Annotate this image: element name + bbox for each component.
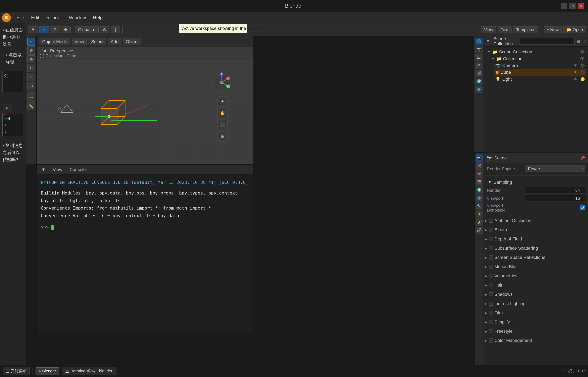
tool-scale[interactable]: ⤢ [27, 73, 35, 81]
tree-item-cube[interactable]: ◼ Cube 👁 ⚫ [494, 69, 586, 76]
minimize-button[interactable]: _ [561, 3, 567, 9]
section-checkbox-3[interactable] [489, 246, 493, 250]
render-engine-select[interactable]: Eevee [525, 165, 585, 172]
viewport-denoising-checkbox[interactable] [580, 205, 585, 210]
add-btn[interactable]: Add [108, 38, 121, 45]
toolbar-move-btn[interactable]: ✥ [61, 26, 71, 33]
window-controls[interactable]: _ □ × [561, 3, 584, 9]
render-section-1[interactable]: ▶Bloom [484, 225, 588, 235]
toolbar-mode-btn[interactable]: ▼ [28, 26, 38, 33]
viewport-3d[interactable]: Object Mode View Select Add Object User … [37, 36, 253, 165]
section-checkbox-11[interactable] [489, 320, 493, 324]
toolbar-proportional-btn[interactable]: ◎ [111, 26, 120, 33]
tree-item-collection[interactable]: ▼ 📁 Collection 👁 [490, 55, 586, 62]
outliner-icon-view[interactable]: 👁 [475, 62, 483, 69]
render-value-input[interactable] [525, 187, 585, 194]
light-render-icon[interactable]: 🟡 [580, 77, 585, 82]
coll-vis-icon[interactable]: 👁 [580, 56, 585, 61]
render-tab-constraints[interactable]: 🔗 [475, 227, 483, 234]
toolbar-view-btn[interactable]: View [481, 26, 496, 33]
cube-render-icon[interactable]: ⚫ [580, 70, 585, 75]
object-btn[interactable]: Object [123, 38, 141, 45]
outliner-search-input[interactable] [520, 38, 575, 45]
tool-cursor[interactable]: ⊕ [27, 47, 35, 55]
section-checkbox-9[interactable] [489, 302, 493, 306]
taskbar-start-btn[interactable]: ☰ 开始菜单 [3, 367, 30, 375]
toolbar-text-btn[interactable]: Text [498, 26, 512, 33]
outliner-icon-world[interactable]: 🌍 [475, 78, 483, 85]
render-section-9[interactable]: ▶Indirect Lighting [484, 299, 588, 308]
tool-measure[interactable]: 📏 [27, 102, 35, 110]
tool-move[interactable]: ✥ [27, 55, 35, 63]
render-section-10[interactable]: ▶Film [484, 308, 588, 318]
tool-rotate[interactable]: ↻ [27, 64, 35, 72]
tool-select[interactable]: ↖ [27, 38, 35, 46]
console-view-btn[interactable]: View [51, 166, 64, 173]
menu-item-edit[interactable]: Edit [28, 14, 43, 22]
select-btn[interactable]: Select [88, 38, 106, 45]
maximize-button[interactable]: □ [569, 3, 575, 9]
tool-annotate[interactable]: ✏ [27, 94, 35, 101]
render-section-4[interactable]: ▶Screen Space Reflections [484, 253, 588, 262]
tree-item-scene-collection[interactable]: ▼ 📁 Scene Collection 👁 [486, 48, 586, 55]
outliner-icon-render[interactable]: 📷 [475, 46, 483, 53]
render-section-11[interactable]: ▶Simplify [484, 318, 588, 327]
light-vis-icon[interactable]: 👁 [574, 77, 578, 82]
outliner-icon-scene[interactable]: 🌐 [475, 38, 483, 45]
render-tab-view[interactable]: 👁 [475, 170, 483, 178]
console-prompt-line[interactable]: >>> [41, 224, 249, 231]
render-section-7[interactable]: ▶Hair [484, 281, 588, 290]
tool-transform[interactable]: ⊞ [27, 82, 35, 90]
render-section-13[interactable]: ▶Color Management [484, 336, 588, 345]
outliner-filter-icon[interactable]: ⊟ [576, 39, 580, 44]
viewport-scene[interactable]: X Y Z + ✋ 🎥 ⊞ [37, 60, 253, 164]
scene-coll-vis-icon[interactable]: 👁 [580, 49, 585, 55]
camera-render-icon[interactable]: ⚫ [580, 63, 585, 68]
tree-item-camera[interactable]: 📷 Camera 👁 ⚫ [494, 62, 586, 69]
outliner-icon-object[interactable]: 🔷 [475, 86, 483, 93]
outliner-icon-output[interactable]: 🖼 [475, 54, 483, 61]
menu-item-render[interactable]: Render [43, 14, 65, 22]
render-tab-physics[interactable]: ⚡ [475, 219, 483, 226]
obj-mode-dropdown[interactable]: Object Mode [39, 38, 70, 45]
toolbar-open-btn[interactable]: 📂 Open [563, 26, 586, 33]
toolbar-global-btn[interactable]: Global ▼ [75, 26, 99, 33]
render-section-0[interactable]: ▶Ambient Occlusion [484, 216, 588, 225]
tree-item-light[interactable]: 💡 Light 👁 🟡 [494, 76, 586, 82]
render-panel-pin-btn[interactable]: 📌 [580, 156, 585, 160]
menu-item-help[interactable]: Help [89, 14, 106, 22]
render-section-3[interactable]: ▶Subsurface Scattering [484, 244, 588, 253]
viewport-value-input[interactable] [525, 195, 585, 202]
render-section-5[interactable]: ▶Motion Blur [484, 262, 588, 271]
section-checkbox-7[interactable] [489, 283, 493, 287]
close-button[interactable]: × [577, 3, 584, 9]
render-section-8[interactable]: ▶Shadows [484, 290, 588, 299]
section-checkbox-4[interactable] [489, 256, 493, 259]
section-checkbox-0[interactable] [489, 219, 493, 223]
render-section-12[interactable]: ▶Freestyle [484, 327, 588, 336]
render-section-6[interactable]: ▶Volumetrics [484, 271, 588, 281]
taskbar-terminal-btn[interactable]: 💻 Terminal 终端 - blender [62, 367, 115, 375]
sampling-title-row[interactable]: ▼ Sampling [487, 178, 585, 187]
render-tab-scene[interactable]: 🎬 [475, 178, 483, 186]
taskbar-blender-btn[interactable]: ● Blender [36, 367, 59, 375]
section-checkbox-12[interactable] [489, 329, 493, 333]
render-tab-modifier[interactable]: 🔧 [475, 202, 483, 210]
toolbar-cursor-btn[interactable]: ⊕ [50, 26, 60, 33]
render-tab-render[interactable]: 📷 [475, 154, 483, 162]
console-body[interactable]: PYTHON INTERACTIVE CONSOLE 3.8.10 (defau… [37, 175, 253, 333]
outliner-collapse-all-icon[interactable]: ↕ [583, 39, 585, 44]
view-btn[interactable]: View [72, 38, 87, 45]
section-checkbox-13[interactable] [489, 339, 493, 342]
render-tab-object[interactable]: 🔷 [475, 195, 483, 202]
console-dropdown-btn[interactable]: ▼ [39, 166, 47, 173]
toolbar-new-btn[interactable]: + New [544, 26, 562, 33]
cube-vis-icon[interactable]: 👁 [574, 70, 578, 75]
render-tab-particle[interactable]: ✨ [475, 211, 483, 218]
render-tab-output[interactable]: 🖼 [475, 163, 483, 170]
section-checkbox-6[interactable] [489, 274, 493, 278]
section-checkbox-8[interactable] [489, 292, 493, 296]
section-checkbox-5[interactable] [489, 265, 493, 269]
toolbar-templates-btn[interactable]: Templates [513, 26, 538, 33]
render-tab-world[interactable]: 🌍 [475, 187, 483, 194]
